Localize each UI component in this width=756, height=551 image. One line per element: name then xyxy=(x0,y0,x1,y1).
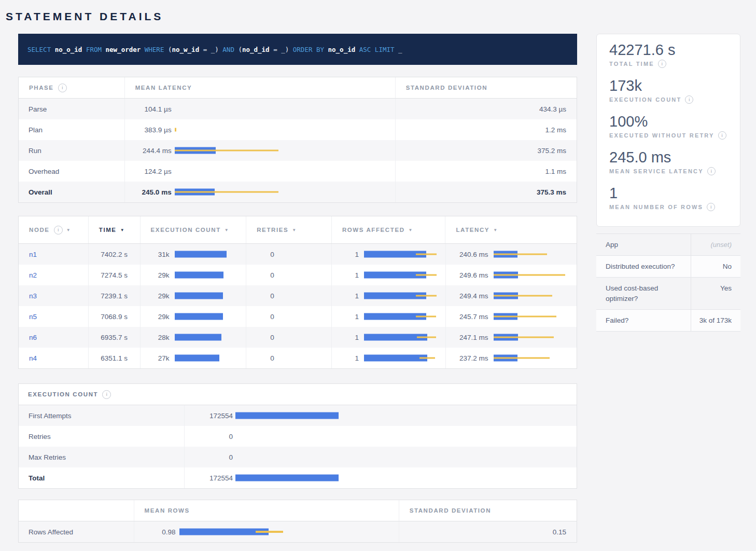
latency-bar xyxy=(175,161,395,182)
retries-cell: 0 xyxy=(246,327,332,348)
time-cell: 7239.1 s xyxy=(89,285,141,306)
execution-count-table: EXECUTION COUNTi First Attempts 172554 R… xyxy=(18,383,577,489)
rows-affected-bar xyxy=(364,327,445,348)
node-link[interactable]: n1 xyxy=(29,251,37,258)
exec-row-value-cell: 172554 xyxy=(185,405,577,426)
exec-count-bar xyxy=(235,405,577,426)
latency-cell: 245.7 ms xyxy=(446,306,577,327)
table-row: n1 7402.2 s 31k 0 1 240.6 ms xyxy=(19,244,577,265)
stat-value: 100% xyxy=(609,113,727,130)
exec-row-value-cell: 172554 xyxy=(185,467,577,488)
mean-number-of-rows-info-icon[interactable]: i xyxy=(707,203,715,211)
table-row: n4 6351.1 s 27k 0 1 237.2 ms xyxy=(19,348,577,368)
execution-count-info-icon[interactable]: i xyxy=(102,390,111,399)
execution-count-section-title: EXECUTION COUNT xyxy=(28,391,98,397)
execution-count-bar xyxy=(175,327,246,348)
mean-latency-value: 383.9 µs xyxy=(125,126,172,134)
rows-affected-column-header[interactable]: ROWS AFFECTED▼ xyxy=(332,216,446,243)
stat-label: EXECUTION COUNTi xyxy=(609,95,727,104)
table-row: n6 6935.7 s 28k 0 1 247.1 ms xyxy=(19,327,577,348)
node-info-icon[interactable]: i xyxy=(54,226,63,235)
table-row: Rows Affected 0.98 0.15 xyxy=(19,521,577,542)
failed-value: 3k of 173k xyxy=(691,310,740,331)
latency-header-label: LATENCY xyxy=(456,227,489,233)
exec-row-label: Total xyxy=(19,467,185,488)
rows-affected-cell: 1 xyxy=(332,348,446,368)
time-cell: 6935.7 s xyxy=(89,327,141,348)
total-time-info-icon[interactable]: i xyxy=(658,60,666,68)
latency-cell: 240.6 ms xyxy=(446,244,577,265)
node-table: NODEi▼ TIME▼ EXECUTION COUNT▼ RETRIES▼ R… xyxy=(18,216,577,369)
execution-count-header-label: EXECUTION COUNT xyxy=(151,227,221,233)
mean-service-latency-info-icon[interactable]: i xyxy=(707,167,716,175)
rows-affected-value: 1 xyxy=(332,334,359,341)
exec-row-value-cell: 0 xyxy=(185,447,577,467)
stat-executed-without-retry: 100% EXECUTED WITHOUT RETRYi xyxy=(609,113,727,140)
mean-latency-column-header: MEAN LATENCY xyxy=(125,77,396,98)
latency-cell: 249.6 ms xyxy=(446,265,577,285)
phase-info-icon[interactable]: i xyxy=(58,84,67,92)
latency-value: 240.6 ms xyxy=(446,251,488,258)
latency-bar xyxy=(494,285,577,306)
exec-row-value-cell: 0 xyxy=(185,426,577,447)
rows-affected-cell: 1 xyxy=(332,244,446,265)
execution-count-value: 29k xyxy=(141,292,170,300)
stat-label-text: MEAN SERVICE LATENCY xyxy=(609,168,704,174)
stat-total-time: 42271.6 s TOTAL TIMEi xyxy=(609,41,727,68)
rows-affected-header: MEAN ROWS STANDARD DEVIATION xyxy=(19,500,577,521)
sort-arrow-icon: ▼ xyxy=(66,228,71,232)
node-link[interactable]: n2 xyxy=(29,271,37,279)
execution-count-column-header[interactable]: EXECUTION COUNT▼ xyxy=(141,216,247,243)
exec-row-label: Retries xyxy=(19,426,185,447)
node-link[interactable]: n5 xyxy=(29,313,37,321)
mean-latency-cell: 244.4 ms xyxy=(125,140,396,161)
summary-sidebar: 42271.6 s TOTAL TIMEi 173k EXECUTION COU… xyxy=(596,34,740,332)
rows-affected-cell: 1 xyxy=(332,306,446,327)
summary-stats-card: 42271.6 s TOTAL TIMEi 173k EXECUTION COU… xyxy=(596,34,740,227)
cost-based-optimizer-label: Used cost-based optimizer? xyxy=(596,278,691,309)
sort-arrow-icon: ▼ xyxy=(292,228,296,232)
retries-cell: 0 xyxy=(246,348,332,368)
rows-affected-cell: 1 xyxy=(332,327,446,348)
stat-value: 245.0 ms xyxy=(609,148,727,166)
mean-rows-bar xyxy=(179,521,399,542)
retries-column-header[interactable]: RETRIES▼ xyxy=(246,216,332,243)
phase-label: Overhead xyxy=(19,161,125,182)
time-cell: 7068.9 s xyxy=(89,306,141,327)
node-column-header[interactable]: NODEi▼ xyxy=(19,216,89,243)
node-link[interactable]: n4 xyxy=(29,354,37,362)
latency-bar xyxy=(494,244,577,265)
table-row: n2 7274.5 s 29k 0 1 249.6 ms xyxy=(19,265,577,285)
latency-column-header[interactable]: LATENCY▼ xyxy=(445,216,577,243)
executed-without-retry-info-icon[interactable]: i xyxy=(718,131,726,140)
rows-affected-header-label: ROWS AFFECTED xyxy=(342,227,405,233)
node-cell: n6 xyxy=(19,327,89,348)
cost-based-optimizer-value: Yes xyxy=(691,278,740,309)
exec-row-value: 0 xyxy=(185,433,233,440)
stat-value: 42271.6 s xyxy=(609,41,727,59)
execution-count-cell: 29k xyxy=(141,265,247,285)
node-cell: n3 xyxy=(19,285,89,306)
execution-count-info-icon[interactable]: i xyxy=(685,95,693,104)
stat-mean-number-of-rows: 1 MEAN NUMBER OF ROWSi xyxy=(609,184,727,211)
std-dev-value: 375.3 ms xyxy=(396,182,577,202)
time-column-header[interactable]: TIME▼ xyxy=(89,216,141,243)
mean-rows-cell: 0.98 xyxy=(134,521,399,542)
latency-bar xyxy=(175,99,395,119)
mean-latency-cell: 245.0 ms xyxy=(125,182,396,202)
rows-affected-value: 1 xyxy=(332,354,359,362)
app-details-table: App (unset) Distributed execution? No Us… xyxy=(596,233,740,332)
exec-row-label: Max Retries xyxy=(19,447,185,467)
execution-count-cell: 27k xyxy=(141,348,247,368)
std-dev-value: 0.15 xyxy=(399,521,577,542)
node-link[interactable]: n6 xyxy=(29,334,37,341)
node-link[interactable]: n3 xyxy=(29,292,37,300)
retries-cell: 0 xyxy=(246,306,332,327)
stat-execution-count: 173k EXECUTION COUNTi xyxy=(609,77,727,104)
exec-count-bar xyxy=(235,467,577,488)
distributed-execution-value: No xyxy=(691,256,740,277)
execution-count-cell: 31k xyxy=(141,244,247,265)
latency-value: 245.7 ms xyxy=(446,313,488,321)
table-row: Parse 104.1 µs 434.3 µs xyxy=(19,99,577,119)
latency-bar xyxy=(494,306,577,327)
